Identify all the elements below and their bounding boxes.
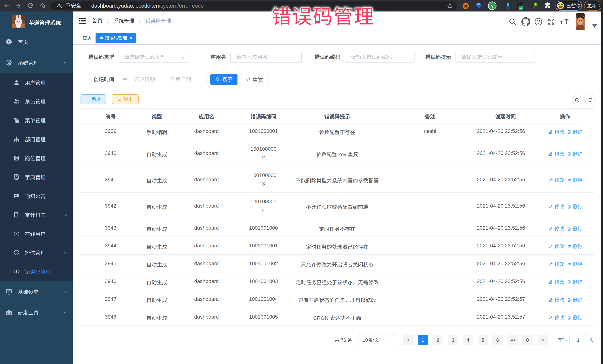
- svg-text:on: on: [520, 7, 522, 10]
